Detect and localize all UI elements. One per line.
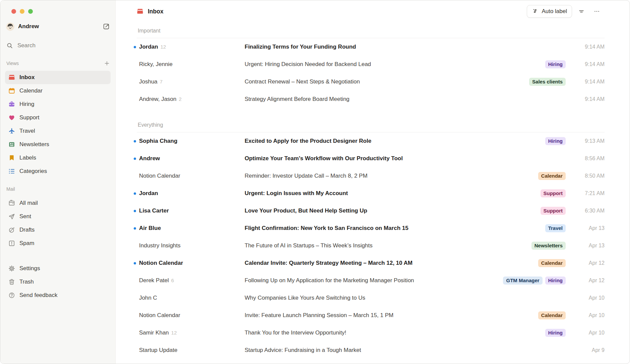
search-icon bbox=[6, 42, 13, 49]
sidebar-item-label: Labels bbox=[19, 155, 36, 161]
email-row[interactable]: John C Why Companies Like Yours Are Swit… bbox=[137, 289, 605, 307]
email-row[interactable]: Sophia Chang Excited to Apply for the Pr… bbox=[137, 132, 605, 150]
window-controls bbox=[6, 0, 110, 14]
badge-calendar[interactable]: Calendar bbox=[538, 311, 566, 319]
badge-hiring[interactable]: Hiring bbox=[545, 277, 566, 285]
label-badges: Newsletters bbox=[531, 242, 566, 250]
badge-hiring[interactable]: Hiring bbox=[545, 137, 566, 145]
sidebar-item-all-mail[interactable]: All mail bbox=[5, 196, 111, 210]
sidebar-item-label: Calendar bbox=[19, 87, 43, 94]
sender-name: Ricky, Jennie bbox=[139, 61, 173, 68]
views-label: Views bbox=[6, 61, 104, 66]
email-row[interactable]: Notion Calendar Calendar Invite: Quarter… bbox=[137, 254, 605, 272]
filter-button[interactable] bbox=[575, 5, 587, 17]
sidebar-item-hiring[interactable]: Hiring bbox=[5, 98, 111, 111]
sender-cell: Samir Khan 12 bbox=[137, 329, 245, 336]
badge-support[interactable]: Support bbox=[541, 207, 566, 215]
unread-dot bbox=[134, 192, 136, 195]
sender-cell: Andrew, Jason 2 bbox=[137, 96, 245, 103]
sidebar-item-inbox[interactable]: Inbox bbox=[5, 71, 111, 84]
email-row[interactable]: Startup Update Startup Advice: Fundraisi… bbox=[137, 342, 605, 359]
auto-label-text: Auto label bbox=[542, 8, 567, 15]
badge-calendar[interactable]: Calendar bbox=[538, 172, 566, 180]
sender-name: Derek Patel bbox=[139, 277, 169, 284]
zoom-window-button[interactable] bbox=[28, 9, 33, 14]
badge-hiring[interactable]: Hiring bbox=[545, 329, 566, 337]
label-badges: Hiring bbox=[545, 329, 566, 337]
add-view-button[interactable] bbox=[104, 60, 110, 66]
email-row[interactable]: Notion Calendar Invite: Feature Launch P… bbox=[137, 307, 605, 324]
sidebar-item-settings[interactable]: Settings bbox=[5, 262, 111, 275]
sidebar-item-newsletters[interactable]: Newsletters bbox=[5, 138, 111, 151]
inbox-icon bbox=[8, 74, 15, 81]
email-time: Apr 10 bbox=[571, 295, 605, 301]
email-row[interactable]: Jordan Urgent: Login Issues with My Acco… bbox=[137, 185, 605, 202]
heart-icon bbox=[8, 114, 15, 121]
email-row[interactable]: Samir Khan 12 Thank You for the Intervie… bbox=[137, 324, 605, 342]
minimize-window-button[interactable] bbox=[20, 9, 24, 14]
sidebar-item-label: Spam bbox=[19, 240, 34, 247]
auto-label-button[interactable]: Auto label bbox=[527, 5, 572, 18]
views-header: Views bbox=[6, 60, 110, 67]
spam-icon bbox=[8, 240, 15, 247]
sidebar-item-label: Categories bbox=[19, 168, 47, 175]
email-row[interactable]: Car Rentals Upcoming Rental Details – Pi… bbox=[137, 359, 605, 364]
email-subject: Following Up on My Application for the M… bbox=[245, 277, 499, 284]
more-options-button[interactable] bbox=[591, 5, 603, 17]
sidebar-item-send-feedback[interactable]: Send feedback bbox=[5, 289, 111, 302]
email-row[interactable]: Andrew, Jason 2 Strategy Alignment Befor… bbox=[137, 90, 605, 108]
badge-gtm-manager[interactable]: GTM Manager bbox=[503, 277, 542, 285]
email-row[interactable]: Air Blue Flight Confirmation: New York t… bbox=[137, 220, 605, 237]
thread-count: 2 bbox=[179, 96, 182, 102]
compose-button[interactable] bbox=[103, 23, 110, 30]
badge-calendar[interactable]: Calendar bbox=[538, 259, 566, 267]
sender-name: Samir Khan bbox=[139, 329, 169, 336]
close-window-button[interactable] bbox=[11, 9, 16, 14]
question-icon bbox=[8, 292, 15, 299]
account-switcher[interactable]: Andrew bbox=[6, 22, 110, 31]
email-row[interactable]: Lisa Carter Love Your Product, But Need … bbox=[137, 202, 605, 220]
unread-dot bbox=[134, 46, 136, 48]
email-row[interactable]: Joshua 7 Contract Renewal – Next Steps &… bbox=[137, 73, 605, 90]
sidebar-item-trash[interactable]: Trash bbox=[5, 275, 111, 289]
more-icon bbox=[593, 8, 600, 15]
email-time: Apr 12 bbox=[571, 260, 605, 266]
sidebar-item-spam[interactable]: Spam bbox=[5, 237, 111, 250]
email-time: Apr 12 bbox=[571, 278, 605, 284]
sidebar-item-sent[interactable]: Sent bbox=[5, 210, 111, 223]
email-row[interactable]: Notion Calendar Reminder: Investor Updat… bbox=[137, 167, 605, 185]
section-rows: Jordan 12 Finalizing Terms for Your Fund… bbox=[137, 38, 605, 108]
email-time: 8:56 AM bbox=[571, 156, 605, 162]
badge-sales-clients[interactable]: Sales clients bbox=[529, 78, 566, 86]
section-title: Important bbox=[137, 27, 605, 35]
sidebar-item-support[interactable]: Support bbox=[5, 111, 111, 124]
sender-name: Lisa Carter bbox=[139, 207, 169, 214]
label-badges: GTM ManagerHiring bbox=[503, 277, 566, 285]
email-row[interactable]: Andrew Optimize Your Team’s Workflow wit… bbox=[137, 150, 605, 167]
badge-newsletters[interactable]: Newsletters bbox=[531, 242, 566, 250]
trash-icon bbox=[8, 279, 15, 285]
search-input[interactable]: Search bbox=[6, 42, 110, 50]
email-row[interactable]: Ricky, Jennie Urgent: Hiring Decision Ne… bbox=[137, 56, 605, 73]
email-subject: Urgent: Login Issues with My Account bbox=[245, 190, 537, 197]
sender-cell: Derek Patel 6 bbox=[137, 277, 245, 284]
email-row[interactable]: Jordan 12 Finalizing Terms for Your Fund… bbox=[137, 38, 605, 56]
badge-travel[interactable]: Travel bbox=[545, 224, 566, 232]
draft-icon bbox=[8, 227, 15, 233]
email-subject: Invite: Feature Launch Planning Session … bbox=[245, 312, 534, 319]
section-rows: Sophia Chang Excited to Apply for the Pr… bbox=[137, 132, 605, 364]
email-row[interactable]: Derek Patel 6 Following Up on My Applica… bbox=[137, 272, 605, 289]
email-row[interactable]: Industry Insights The Future of AI in St… bbox=[137, 237, 605, 254]
sidebar-item-labels[interactable]: Labels bbox=[5, 151, 111, 165]
badge-support[interactable]: Support bbox=[541, 189, 566, 197]
badge-hiring[interactable]: Hiring bbox=[545, 60, 566, 68]
sender-cell: Jordan bbox=[137, 190, 245, 197]
sidebar-item-travel[interactable]: Travel bbox=[5, 124, 111, 138]
sidebar-item-categories[interactable]: Categories bbox=[5, 165, 111, 178]
sidebar-item-calendar[interactable]: Calendar bbox=[5, 84, 111, 98]
label-badges: Sales clients bbox=[529, 78, 566, 86]
unread-dot bbox=[134, 140, 136, 142]
label-badges: Hiring bbox=[545, 60, 566, 68]
email-subject: Contract Renewal – Next Steps & Negotiat… bbox=[245, 78, 525, 85]
sidebar-item-drafts[interactable]: Drafts bbox=[5, 223, 111, 237]
